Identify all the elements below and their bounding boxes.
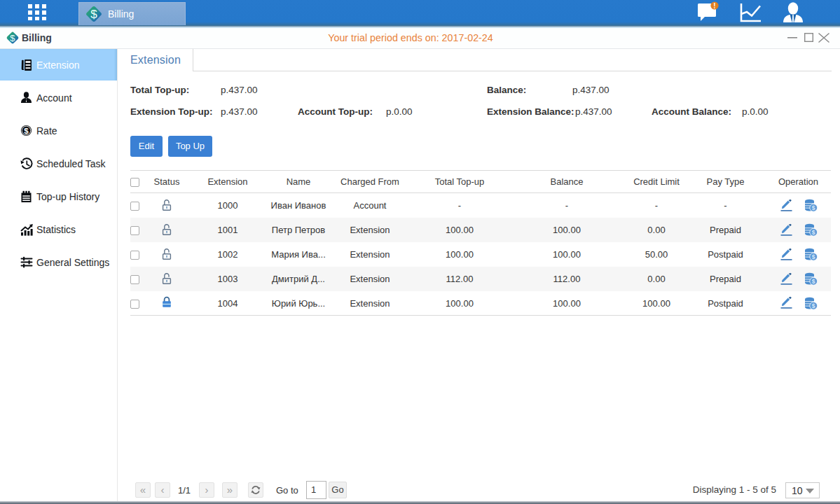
svg-text:$: $ (24, 127, 29, 135)
svg-text:!: ! (713, 2, 715, 10)
svg-text:$: $ (90, 8, 97, 21)
